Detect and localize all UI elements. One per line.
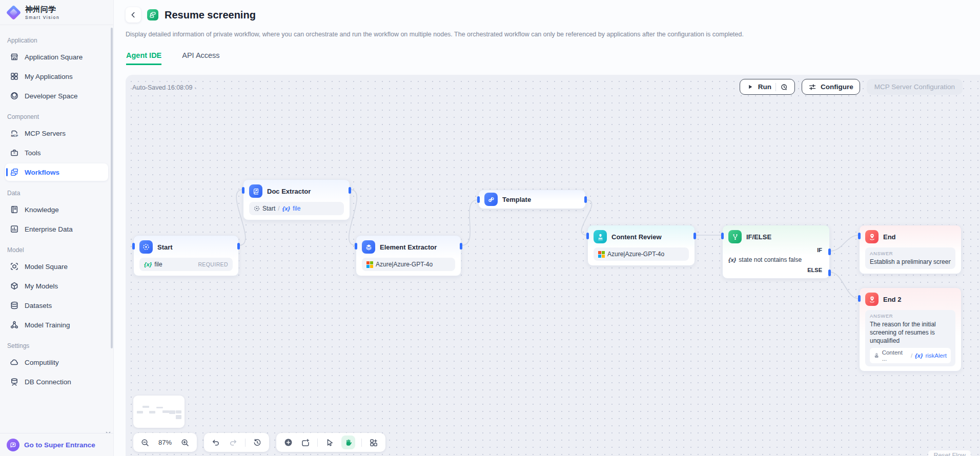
undo-button[interactable] — [210, 437, 221, 448]
handle-target[interactable] — [242, 187, 244, 194]
node-template[interactable]: Template — [478, 190, 586, 209]
edge-ifelse-end2 — [830, 272, 859, 299]
database-icon — [10, 301, 19, 310]
else-label: ELSE — [728, 267, 824, 273]
sidebar-item-computility[interactable]: Computility — [5, 354, 108, 371]
tab-bar: Agent IDE API Access — [126, 51, 220, 65]
sidebar-item-tools[interactable]: Tools — [5, 144, 108, 161]
reset-flow-label[interactable]: Reset Flow — [928, 450, 971, 456]
zoom-in-button[interactable] — [179, 437, 191, 448]
handle-source[interactable] — [584, 196, 587, 203]
handle-source-if[interactable] — [828, 248, 831, 255]
node-start[interactable]: Start {x} file REQUIRED — [133, 235, 239, 276]
sidebar-item-my-applications[interactable]: My Applications — [5, 68, 108, 85]
sidebar-item-my-models[interactable]: My Models — [5, 277, 108, 295]
redo-button[interactable] — [228, 437, 239, 448]
handle-target[interactable] — [721, 233, 724, 239]
cursor-icon — [325, 438, 334, 447]
sidebar-item-label: Model Square — [25, 263, 68, 271]
minimap[interactable] — [133, 396, 185, 428]
run-button[interactable]: Run — [740, 79, 795, 95]
auto-layout-button[interactable] — [368, 437, 379, 448]
answer-label: ANSWER — [870, 251, 951, 256]
sidebar-item-label: Knowledge — [25, 206, 59, 214]
hand-tool-button[interactable] — [341, 436, 355, 449]
workflow-canvas[interactable]: Auto-Saved 16:08:09 · Run Configure MCP … — [126, 75, 980, 456]
mcp-server-configuration-button[interactable]: MCP Server Configuration — [867, 79, 963, 95]
sidebar-item-datasets[interactable]: Datasets — [5, 297, 108, 314]
sidebar-item-enterprise-data[interactable]: Enterprise Data — [5, 220, 108, 238]
variable-icon: {x} — [282, 205, 290, 212]
layout-icon — [369, 438, 378, 447]
add-note-button[interactable] — [300, 437, 311, 448]
add-node-button[interactable] — [282, 437, 294, 448]
handle-target[interactable] — [858, 295, 861, 302]
scheduled-run-icon[interactable] — [780, 83, 788, 91]
super-entrance[interactable]: Go to Super Entrance — [0, 433, 113, 456]
zoom-out-button[interactable] — [139, 437, 151, 448]
section-application: Application — [7, 37, 106, 44]
zoom-out-icon — [140, 438, 150, 447]
handle-source[interactable] — [349, 187, 351, 194]
sidebar-item-knowledge[interactable]: Knowledge — [5, 201, 108, 218]
pointer-tool-button[interactable] — [324, 437, 335, 448]
page-subtitle: Display detailed information of private … — [126, 31, 744, 38]
super-entrance-chat-icon — [7, 439, 19, 451]
node-doc-extractor[interactable]: Doc Extractor Start / {x} file — [243, 179, 350, 220]
node-end-2[interactable]: End 2 ANSWER The reason for the initial … — [859, 287, 962, 371]
sidebar-item-model-training[interactable]: Model Training — [5, 316, 108, 334]
node-element-extractor[interactable]: Element Extractor Azure|Azure-GPT-4o — [356, 235, 461, 276]
start-variable-row: {x} file REQUIRED — [139, 258, 233, 271]
variable-name: file — [154, 261, 162, 268]
section-model: Model — [7, 246, 106, 254]
play-icon — [746, 83, 754, 91]
answer-label: ANSWER — [870, 313, 951, 319]
edge-docextractor-elementextractor — [349, 190, 357, 245]
briefcase-icon — [10, 148, 19, 157]
layers-icon — [362, 240, 375, 254]
handle-target[interactable] — [355, 243, 357, 250]
version-history-button[interactable] — [252, 437, 263, 448]
tab-agent-ide[interactable]: Agent IDE — [126, 51, 161, 65]
sidebar-item-model-square[interactable]: Model Square — [5, 258, 108, 275]
handle-source[interactable] — [237, 243, 240, 250]
ref-pill: Content ... / {x} riskAlert — [870, 348, 951, 363]
answer-box: ANSWER Establish a preliminary screening — [865, 247, 955, 269]
note-icon — [301, 438, 310, 447]
sidebar-item-workflows[interactable]: Workflows — [5, 163, 108, 181]
handle-target[interactable] — [132, 243, 135, 250]
variable-icon: {x} — [144, 261, 152, 267]
sidebar-item-mcp-servers[interactable]: MCP MCP Servers — [5, 125, 108, 142]
configure-button[interactable]: Configure — [802, 79, 860, 95]
history-icon — [253, 438, 262, 447]
condition-text: state not contains false — [739, 256, 802, 263]
super-entrance-label: Go to Super Entrance — [24, 441, 95, 449]
sidebar-scrollbar[interactable] — [111, 28, 113, 348]
handle-target[interactable] — [858, 233, 861, 239]
brand-logo: 神州问学 Smart Vision — [0, 0, 113, 25]
handle-target[interactable] — [477, 196, 480, 203]
microsoft-logo-icon — [598, 251, 605, 258]
sidebar-item-application-square[interactable]: Application Square — [5, 48, 108, 66]
node-end[interactable]: End ANSWER Establish a preliminary scree… — [859, 225, 962, 274]
node-content-review[interactable]: Content Review Azure|Azure-GPT-4o — [587, 225, 695, 266]
sidebar-item-developer-space[interactable]: Developer Space — [5, 87, 108, 105]
sidebar-item-db-connection[interactable]: DB Connection — [5, 373, 108, 390]
back-button[interactable] — [126, 7, 141, 23]
ref-variable-name: file — [293, 205, 300, 212]
mcp-icon: MCP — [10, 129, 19, 138]
start-ref-icon — [254, 205, 260, 212]
tab-api-access[interactable]: API Access — [182, 51, 219, 65]
doc-extractor-icon — [249, 184, 262, 198]
node-if-else[interactable]: IF/ELSE IF {x} state not contains false … — [722, 225, 830, 279]
canvas-toolbar: 87% — [133, 433, 385, 452]
handle-source[interactable] — [693, 233, 696, 239]
nodes-icon — [10, 320, 19, 329]
handle-source-else[interactable] — [828, 270, 831, 276]
cube-scan-icon — [10, 262, 19, 271]
plus-circle-icon — [283, 438, 293, 447]
handle-target[interactable] — [586, 233, 589, 239]
handle-source[interactable] — [460, 243, 462, 250]
node-title: IF/ELSE — [746, 233, 771, 241]
model-row: Azure|Azure-GPT-4o — [594, 247, 689, 261]
